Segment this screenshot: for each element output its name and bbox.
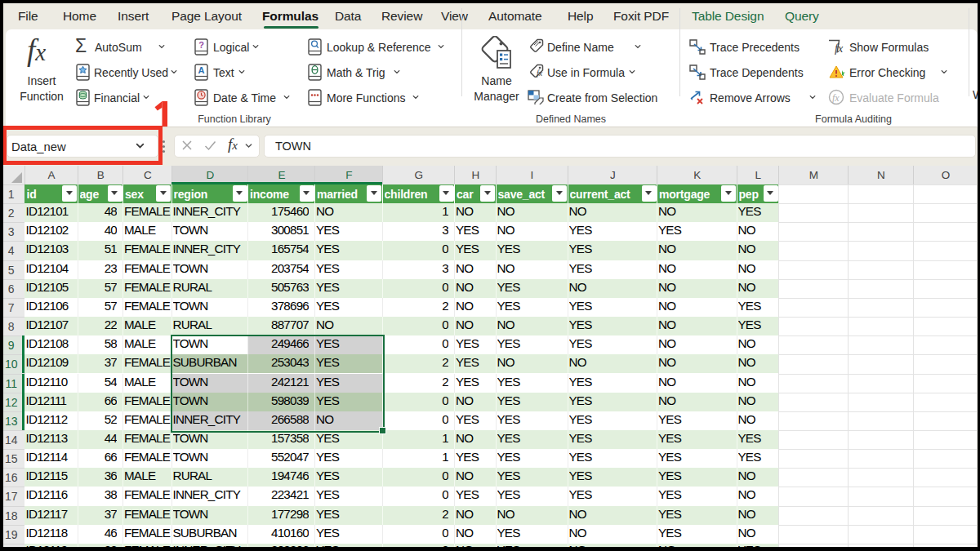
svg-text:A: A bbox=[198, 65, 205, 75]
svg-text:?: ? bbox=[198, 40, 204, 50]
svg-text:fx: fx bbox=[537, 69, 543, 78]
svg-text:fx: fx bbox=[835, 42, 844, 55]
svg-text:fx: fx bbox=[832, 92, 840, 104]
